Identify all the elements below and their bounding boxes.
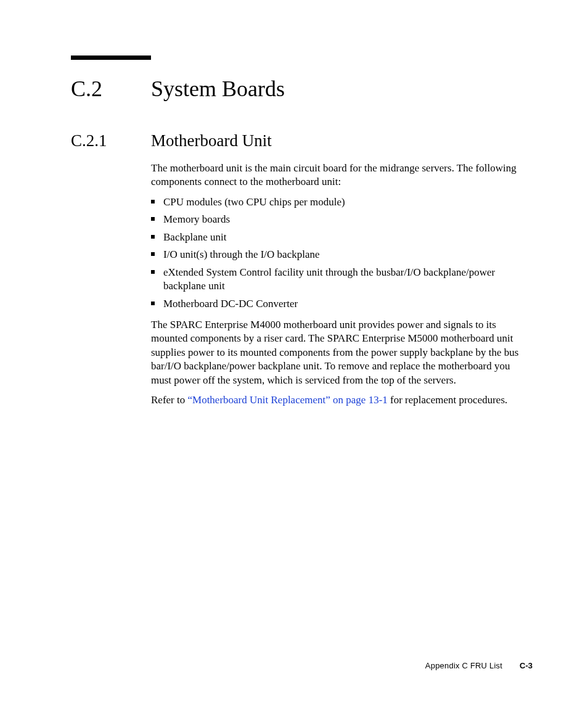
reference-prefix: Refer to — [151, 394, 187, 406]
list-item: Memory boards — [151, 213, 533, 226]
section-rule — [71, 55, 151, 60]
reference-paragraph: Refer to “Motherboard Unit Replacement” … — [151, 393, 533, 407]
body-text: The motherboard unit is the main circuit… — [151, 162, 533, 408]
list-item: Backplane unit — [151, 231, 533, 244]
cross-reference-link[interactable]: “Motherboard Unit Replacement” on page 1… — [187, 394, 387, 406]
list-item: I/O unit(s) through the I/O backplane — [151, 248, 533, 261]
component-list: CPU modules (two CPU chips per module) M… — [151, 195, 533, 311]
subsection-title: Motherboard Unit — [151, 131, 272, 150]
list-item: Motherboard DC-DC Converter — [151, 297, 533, 311]
section-title: System Boards — [151, 76, 285, 102]
footer-page-number: C-3 — [520, 661, 533, 670]
section-number: C.2 — [71, 76, 151, 102]
page: C.2 System Boards C.2.1 Motherboard Unit… — [0, 0, 588, 706]
footer-appendix-label: Appendix C FRU List — [425, 661, 502, 670]
list-item: CPU modules (two CPU chips per module) — [151, 195, 533, 209]
subsection-heading: C.2.1 Motherboard Unit — [71, 131, 533, 150]
body-paragraph: The SPARC Enterprise M4000 motherboard u… — [151, 318, 533, 387]
section-heading: C.2 System Boards — [71, 76, 533, 102]
list-item: eXtended System Control facility unit th… — [151, 266, 533, 293]
subsection-number: C.2.1 — [71, 131, 151, 150]
page-footer: Appendix C FRU List C-3 — [425, 661, 533, 670]
reference-suffix: for replacement procedures. — [388, 394, 507, 406]
intro-paragraph: The motherboard unit is the main circuit… — [151, 162, 533, 189]
